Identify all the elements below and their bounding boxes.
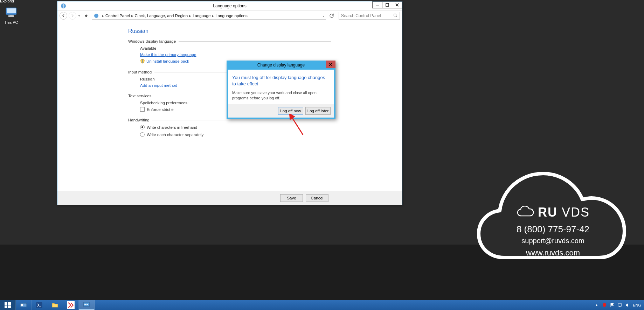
change-display-language-dialog: Change display language You must log off… [227, 61, 335, 119]
svg-rect-5 [376, 6, 379, 6]
svg-rect-10 [5, 302, 7, 305]
chevron-right-icon: ▸ [102, 13, 104, 18]
shield-icon [140, 59, 145, 64]
svg-point-7 [94, 14, 98, 18]
titlebar: Language options [57, 1, 402, 10]
taskbar-control-panel-active[interactable] [79, 300, 95, 310]
taskbar: ▴ ENG [0, 300, 644, 310]
tray-sound-icon[interactable] [625, 303, 630, 308]
svg-rect-12 [5, 305, 7, 308]
window-title: Language options [57, 3, 402, 8]
uninstall-link[interactable]: Uninstall language pack [146, 59, 189, 63]
desktop-icon-label: This PC [1, 20, 22, 24]
available-label: Available [140, 46, 331, 50]
breadcrumb-item[interactable]: Clock, Language, and Region [135, 14, 188, 18]
svg-rect-2 [8, 15, 14, 17]
breadcrumb[interactable]: ▸ Control Panel ▸ Clock, Language, and R… [92, 12, 326, 20]
taskbar-kaspersky[interactable] [63, 300, 79, 310]
chevron-right-icon: ▸ [212, 13, 214, 18]
desktop-icon-this-pc[interactable]: This PC [1, 6, 22, 24]
refresh-button[interactable] [328, 12, 335, 19]
dialog-title: Change display language [257, 63, 305, 68]
dialog-headline: You must log off for display language ch… [232, 75, 330, 87]
this-pc-icon [5, 6, 18, 19]
nav-row: ▼ ▸ Control Panel ▸ Clock, Language, and… [57, 10, 402, 21]
svg-rect-13 [8, 305, 11, 308]
tray-flag-icon[interactable] [610, 303, 615, 308]
taskbar-powershell[interactable] [32, 300, 47, 310]
svg-rect-15 [21, 304, 23, 306]
svg-point-8 [394, 14, 396, 16]
start-button[interactable] [0, 300, 16, 310]
watermark-logo: RU VDS [483, 205, 623, 220]
taskbar-file-explorer[interactable] [47, 300, 63, 310]
svg-rect-3 [10, 15, 13, 15]
control-panel-icon [60, 3, 67, 9]
svg-point-20 [86, 304, 88, 305]
make-primary-link[interactable]: Make this the primary language [140, 52, 331, 57]
stray-explorer-label: Explorer [0, 0, 14, 3]
log-off-later-button[interactable]: Log off later [305, 107, 331, 115]
search-input[interactable]: Search Control Panel [339, 12, 400, 20]
separate-radio[interactable] [140, 132, 145, 137]
dialog-titlebar: Change display language [227, 61, 335, 70]
cancel-button[interactable]: Cancel [306, 194, 328, 202]
up-button[interactable] [83, 13, 89, 19]
back-button[interactable] [60, 12, 67, 20]
language-title: Russian [128, 28, 402, 34]
breadcrumb-item[interactable]: Language [193, 14, 210, 18]
breadcrumb-icon [94, 13, 99, 19]
maximize-button[interactable] [382, 1, 392, 8]
freehand-label: Write characters in freehand [147, 125, 197, 129]
window-footer: Save Cancel [57, 191, 402, 205]
tray-network-icon[interactable] [617, 303, 622, 308]
save-button[interactable]: Save [280, 194, 303, 202]
svg-point-19 [84, 304, 86, 305]
close-button[interactable] [392, 1, 402, 8]
breadcrumb-dropdown-icon[interactable]: ⌄ [322, 14, 325, 17]
tray-security-icon[interactable] [602, 303, 607, 308]
chevron-right-icon: ▸ [131, 13, 133, 18]
enforce-strict-e-label: Enforce strict ё [147, 107, 174, 112]
separate-label: Write each character separately [147, 133, 203, 137]
recent-dropdown-icon[interactable]: ▼ [78, 14, 81, 17]
svg-rect-11 [8, 302, 11, 305]
tray-show-hidden-icon[interactable]: ▴ [594, 303, 599, 308]
breadcrumb-item[interactable]: Control Panel [105, 14, 130, 18]
dialog-body-text: Make sure you save your work and close a… [232, 90, 330, 101]
enforce-strict-e-checkbox[interactable] [140, 107, 145, 112]
watermark-email: support@ruvds.com [483, 237, 623, 245]
breadcrumb-item[interactable]: Language options [215, 14, 247, 18]
tray-language[interactable]: ENG [633, 303, 641, 307]
taskbar-server-manager[interactable] [16, 300, 32, 310]
freehand-radio[interactable] [140, 125, 145, 129]
section-header-display-language: Windows display language [128, 39, 331, 43]
chevron-right-icon: ▸ [189, 13, 191, 18]
svg-rect-1 [7, 8, 16, 13]
svg-rect-6 [386, 3, 389, 6]
minimize-button[interactable] [372, 1, 382, 8]
forward-button[interactable] [69, 12, 76, 20]
log-off-now-button[interactable]: Log off now [278, 107, 303, 115]
watermark-phone: 8 (800) 775-97-42 [483, 224, 623, 235]
svg-rect-21 [618, 304, 622, 306]
bottom-band [0, 245, 644, 301]
svg-rect-22 [619, 307, 621, 307]
search-placeholder: Search Control Panel [341, 13, 393, 18]
dialog-close-button[interactable] [326, 61, 335, 68]
search-icon [393, 13, 397, 19]
